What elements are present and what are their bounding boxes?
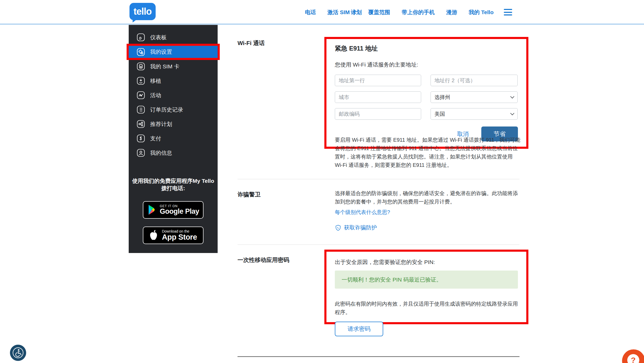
chevron-down-icon (510, 95, 515, 99)
sidebar-item-label: 我的 SIM 卡 (150, 63, 179, 70)
sidebar-item-my-settings[interactable]: 我的设置 (129, 46, 218, 58)
order-history-icon (137, 105, 145, 114)
tello-logo-text: tello (133, 6, 151, 17)
request-password-button[interactable]: 请求密码 (335, 322, 383, 336)
badge-store-name: App Store (162, 233, 197, 241)
settings-icon (137, 48, 145, 56)
activity-icon (137, 91, 145, 100)
wifi-calling-section-label: Wi-Fi 通话 (238, 39, 265, 47)
payments-icon (137, 134, 145, 143)
shield-icon (335, 224, 341, 231)
zip-code-input[interactable] (335, 108, 421, 120)
sidebar-item-my-sim[interactable]: 我的 SIM 卡 (129, 59, 218, 74)
nav-bring-your-phone[interactable]: 带上你的手机 (402, 9, 435, 16)
sidebar-item-label: 支付 (150, 135, 161, 142)
nav-plans[interactable]: 计划 (351, 0, 362, 24)
app-promo-text: 使用我们的免费应用程序My Tello拨打电话: (131, 177, 215, 192)
sidebar-item-label: 我的信息 (150, 149, 172, 157)
sidebar-item-label: 推荐计划 (150, 120, 172, 128)
sidebar-item-order-history[interactable]: 订单历史记录 (129, 102, 218, 117)
google-play-badge[interactable]: GET IT ON Google Play (143, 201, 204, 219)
country-select[interactable]: 美国 (431, 108, 518, 120)
e911-panel-title: 紧急 E911 地址 (335, 44, 518, 53)
pin-verified-success-text: 一切顺利！您的安全 PIN 码最近已验证。 (342, 276, 442, 283)
google-play-icon (147, 205, 156, 215)
pin-verified-success-alert: 一切顺利！您的安全 PIN 码最近已验证。 (335, 271, 518, 289)
sidebar-item-referral[interactable]: 推荐计划 (129, 117, 218, 131)
content-bottom-rule (238, 356, 519, 357)
sidebar-item-my-info[interactable]: 我的信息 (129, 146, 218, 160)
e911-address-panel: 紧急 E911 地址 您使用 Wi-Fi 通话服务的主要地址: 选择州 美国 取… (324, 37, 528, 149)
state-select-value: 选择州 (434, 94, 450, 101)
my-tello-brand: My Tello (193, 178, 214, 184)
nav-phones[interactable]: 电话 (305, 9, 316, 16)
e911-address-prompt: 您使用 Wi-Fi 通话服务的主要地址: (335, 61, 518, 68)
chevron-down-icon (510, 111, 515, 116)
sidebar-item-payments[interactable]: 支付 (129, 131, 218, 146)
wheelchair-accessibility-icon (12, 347, 24, 359)
sidebar-item-label: 订单历史记录 (150, 106, 183, 113)
e911-explanation-text: 要启用 Wi-Fi 通话，需要 E911 地址。如果您通过 Wi-Fi 通话拨打… (335, 136, 521, 169)
e911-address-form: 选择州 美国 (335, 75, 518, 120)
address-line1-input[interactable] (335, 75, 421, 86)
sidebar-item-porting[interactable]: 移植 (129, 74, 218, 88)
sim-card-icon (137, 62, 145, 71)
address-line2-input[interactable] (431, 75, 518, 86)
get-scam-protection-link[interactable]: 获取诈骗防护 (335, 224, 377, 231)
top-header: tello 计划 电话 激活 SIM 卡 覆盖范围 带上你的手机 漫游 我的 T… (0, 0, 644, 24)
badge-tagline: Download on the (162, 229, 197, 233)
account-sidebar: 仪表板 我的设置 我的 SIM 卡 移植 活动 订单历史记录 (129, 25, 218, 253)
sidebar-item-activity[interactable]: 活动 (129, 88, 218, 102)
city-input[interactable] (335, 91, 421, 103)
tello-logo[interactable]: tello (129, 3, 156, 20)
main-nav: 计划 电话 激活 SIM 卡 覆盖范围 带上你的手机 漫游 我的 Tello (305, 0, 494, 24)
sidebar-item-label: 仪表板 (150, 34, 167, 41)
pin-verification-prompt: 出于安全原因，您需要验证您的安全 PIN: (335, 258, 518, 266)
state-select[interactable]: 选择州 (431, 91, 518, 103)
app-store-badge[interactable]: Download on the App Store (143, 227, 204, 244)
my-info-person-icon (137, 148, 145, 157)
scam-guard-section-label: 诈骗警卫 (238, 191, 261, 199)
help-chat-button[interactable]: ? (622, 349, 644, 363)
otp-section-label: 一次性移动应用密码 (238, 256, 289, 264)
badge-store-name: Google Play (160, 208, 199, 215)
scam-levels-link[interactable]: 每个级别代表什么意思? (335, 209, 390, 216)
hamburger-menu-icon[interactable] (504, 9, 512, 15)
section-divider (238, 244, 519, 245)
question-mark: ? (631, 356, 636, 363)
nav-roaming[interactable]: 漫游 (446, 9, 457, 16)
otp-validity-note: 此密码在有限的时间内有效，并且仅适用于使用生成该密码的特定线路登录应用程序。 (335, 300, 519, 316)
sidebar-item-label: 我的设置 (150, 48, 172, 56)
otp-panel: 出于安全原因，您需要验证您的安全 PIN: 一切顺利！您的安全 PIN 码最近已… (324, 250, 528, 324)
sidebar-item-label: 移植 (150, 77, 161, 85)
nav-my-tello[interactable]: 我的 Tello (469, 9, 494, 16)
question-mark-bubble-icon: ? (627, 354, 639, 363)
section-divider (238, 179, 519, 179)
apple-icon (149, 230, 158, 240)
sidebar-item-label: 活动 (150, 92, 161, 99)
nav-coverage[interactable]: 覆盖范围 (368, 9, 390, 16)
port-in-icon (137, 76, 145, 85)
get-scam-protection-label: 获取诈骗防护 (344, 224, 377, 231)
dashboard-icon (137, 33, 145, 42)
country-select-value: 美国 (434, 111, 445, 118)
referral-share-icon (137, 120, 145, 128)
sidebar-item-dashboard[interactable]: 仪表板 (129, 30, 218, 45)
scam-guard-description: 选择最适合您的防诈骗级别，确保您的通话安全，避免潜在的诈骗。此功能将添加到您的套… (335, 189, 519, 206)
accessibility-widget-button[interactable] (10, 345, 26, 361)
